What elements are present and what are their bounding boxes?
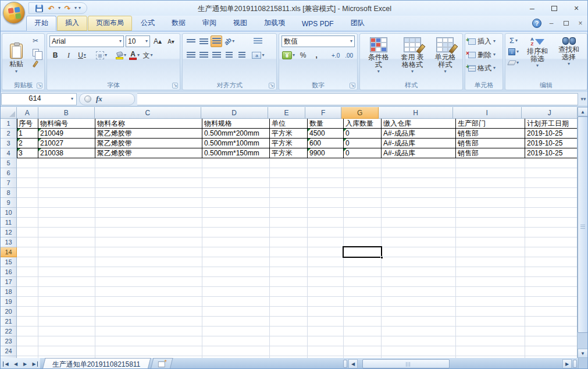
cell-G24[interactable] [344, 346, 382, 356]
row-header-21[interactable]: 21 [1, 317, 17, 327]
cell-F5[interactable] [308, 158, 344, 168]
cell-B1[interactable]: 物料编号 [38, 119, 95, 129]
cell-C11[interactable] [95, 218, 202, 228]
cell-A10[interactable] [17, 208, 38, 218]
tab-team[interactable]: 团队 [343, 16, 373, 31]
sort-filter-button[interactable]: AZ 排序和 筛选 ▾ [522, 36, 553, 80]
cell-D21[interactable] [202, 317, 270, 327]
cell-J11[interactable] [525, 218, 578, 228]
cell-I14[interactable] [456, 247, 525, 257]
cell-I13[interactable] [456, 237, 525, 247]
cell-A6[interactable] [17, 168, 38, 178]
phonetic-guide-button[interactable]: 文▾ [142, 49, 154, 61]
cell-J4[interactable]: 2019-10-25 [525, 148, 578, 158]
name-box[interactable]: G14 ▾ [1, 93, 77, 105]
copy-button[interactable] [29, 47, 42, 58]
cell-J23[interactable] [525, 336, 578, 346]
cell-G18[interactable] [344, 287, 382, 297]
align-right-button[interactable] [211, 49, 222, 61]
cell-D9[interactable] [202, 198, 270, 208]
increase-font-button[interactable]: A▴ [152, 36, 163, 47]
cell-C1[interactable]: 物料名称 [95, 119, 202, 129]
cell-G3[interactable]: 0 [344, 139, 382, 148]
row-header-4[interactable]: 4 [1, 148, 17, 158]
cell-G5[interactable] [344, 158, 382, 168]
cell-C20[interactable] [95, 307, 202, 317]
cell-C14[interactable] [95, 247, 202, 257]
cell-A9[interactable] [17, 198, 38, 208]
row-header-24[interactable]: 24 [1, 346, 17, 356]
cell-I11[interactable] [456, 218, 525, 228]
cell-C12[interactable] [95, 228, 202, 237]
cell-G7[interactable] [344, 178, 382, 188]
horizontal-scrollbar[interactable] [358, 359, 562, 368]
cell-G4[interactable]: 0 [344, 148, 382, 158]
cell-C15[interactable] [95, 257, 202, 267]
cell-J2[interactable]: 2019-10-25 [525, 129, 578, 139]
cell-E4[interactable]: 平方米 [270, 148, 308, 158]
cell-E9[interactable] [270, 198, 308, 208]
cell-B2[interactable]: 210049 [38, 129, 95, 139]
cell-D13[interactable] [202, 237, 270, 247]
increase-decimal-button[interactable]: +.0 [330, 49, 341, 61]
cell-A16[interactable] [17, 267, 38, 277]
align-center-button[interactable] [198, 49, 209, 61]
cell-F7[interactable] [308, 178, 344, 188]
cell-F14[interactable] [308, 247, 344, 257]
cell-D17[interactable] [202, 277, 270, 287]
orientation-button[interactable]: ab▾ [223, 36, 235, 47]
delete-cells-button[interactable]: 删除▾ [468, 49, 496, 61]
format-cells-button[interactable]: 格式▾ [468, 62, 496, 74]
cell-D11[interactable] [202, 218, 270, 228]
decrease-decimal-button[interactable]: .00 [343, 49, 355, 61]
minimize-button[interactable]: – [523, 3, 541, 13]
cell-E3[interactable]: 平方米 [270, 139, 308, 148]
cell-F3[interactable]: 600 [308, 139, 344, 148]
cell-C13[interactable] [95, 237, 202, 247]
cell-A22[interactable] [17, 327, 38, 336]
cell-B6[interactable] [38, 168, 95, 178]
cell-J21[interactable] [525, 317, 578, 327]
expand-formula-bar-button[interactable]: ▾▾ [578, 93, 588, 105]
cell-A15[interactable] [17, 257, 38, 267]
tab-view[interactable]: 视图 [225, 16, 255, 31]
conditional-formatting-button[interactable]: 条件格式 ▾ [362, 36, 394, 80]
cell-I23[interactable] [456, 336, 525, 346]
cell-D12[interactable] [202, 228, 270, 237]
cell-A8[interactable] [17, 188, 38, 198]
cell-H9[interactable] [382, 198, 456, 208]
cell-H6[interactable] [382, 168, 456, 178]
row-header-13[interactable]: 13 [1, 237, 17, 247]
cell-E15[interactable] [270, 257, 308, 267]
row-header-18[interactable]: 18 [1, 287, 17, 297]
cell-J24[interactable] [525, 346, 578, 356]
accounting-format-button[interactable]: ¥▾ [281, 49, 295, 61]
cell-A12[interactable] [17, 228, 38, 237]
cell-D15[interactable] [202, 257, 270, 267]
fill-button[interactable]: ↓▾ [508, 47, 519, 56]
number-format-combo[interactable]: 数值 ▾ [281, 36, 355, 47]
row-header-23[interactable]: 23 [1, 336, 17, 346]
middle-align-button[interactable] [198, 36, 209, 47]
column-header-H[interactable]: H [379, 107, 452, 119]
cell-G21[interactable] [344, 317, 382, 327]
cell-F24[interactable] [308, 346, 344, 356]
scroll-up-button[interactable]: ▲ [578, 107, 588, 116]
top-align-button[interactable] [185, 36, 197, 47]
tab-home[interactable]: 开始 [26, 16, 56, 31]
help-button[interactable]: ? [532, 19, 541, 28]
cell-F9[interactable] [308, 198, 344, 208]
cell-F20[interactable] [308, 307, 344, 317]
column-header-A[interactable]: A [17, 107, 38, 119]
cell-G17[interactable] [344, 277, 382, 287]
name-box-dropdown[interactable]: ▾ [68, 97, 76, 101]
cell-A17[interactable] [17, 277, 38, 287]
cell-J22[interactable] [525, 327, 578, 336]
cell-B3[interactable]: 210027 [38, 139, 95, 148]
cell-I24[interactable] [456, 346, 525, 356]
cell-I15[interactable] [456, 257, 525, 267]
cell-J1[interactable]: 计划开工日期 [525, 119, 578, 129]
dialog-launcher-icon[interactable]: ↘ [37, 83, 42, 88]
cell-E2[interactable]: 平方米 [270, 129, 308, 139]
cell-J3[interactable]: 2019-10-25 [525, 139, 578, 148]
